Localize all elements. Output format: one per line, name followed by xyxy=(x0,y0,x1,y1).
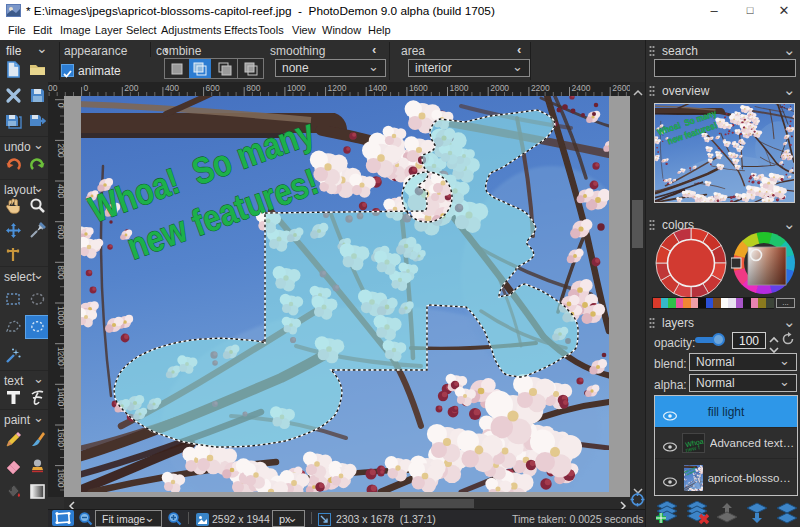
svg-text:2200: 2200 xyxy=(531,83,550,93)
svg-text:2000: 2000 xyxy=(490,83,509,93)
svg-text:800: 800 xyxy=(246,83,260,93)
svg-text:200: 200 xyxy=(124,83,138,93)
svg-text:1200: 1200 xyxy=(328,83,347,93)
svg-text:1600: 1600 xyxy=(409,83,428,93)
svg-text:2400: 2400 xyxy=(572,83,591,93)
svg-text:1200: 1200 xyxy=(56,347,64,366)
svg-text:200: 200 xyxy=(56,143,64,157)
svg-text:00: 00 xyxy=(48,83,58,93)
svg-text:1800: 1800 xyxy=(56,469,64,488)
svg-text:400: 400 xyxy=(56,184,64,198)
svg-text:0: 0 xyxy=(56,103,64,108)
svg-text:1800: 1800 xyxy=(450,83,469,93)
svg-text:1400: 1400 xyxy=(368,83,387,93)
svg-text:0: 0 xyxy=(84,83,89,93)
svg-text:1600: 1600 xyxy=(56,428,64,447)
svg-text:1000: 1000 xyxy=(56,306,64,325)
svg-text:1400: 1400 xyxy=(56,387,64,406)
svg-text:400: 400 xyxy=(165,83,179,93)
svg-text:600: 600 xyxy=(56,225,64,239)
svg-text:600: 600 xyxy=(206,83,220,93)
svg-text:2600: 2600 xyxy=(612,83,630,93)
svg-text:1000: 1000 xyxy=(287,83,306,93)
svg-text:800: 800 xyxy=(56,265,64,279)
